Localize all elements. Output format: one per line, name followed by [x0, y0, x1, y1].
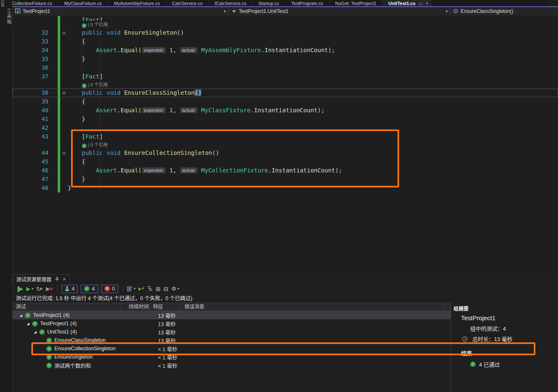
pin-icon[interactable] — [55, 277, 59, 281]
fold-margin — [60, 166, 68, 175]
test-tree-row[interactable]: ✓EnsureCollectionSingleton< 1 毫秒 — [13, 344, 451, 353]
document-tab-label: CalcService.cs — [172, 1, 203, 6]
document-tab[interactable]: Startup.cs — [252, 0, 285, 6]
expander-icon[interactable]: ◢ — [18, 314, 23, 317]
code-text: public void EnsureCollectionSingleton() — [68, 149, 558, 157]
expander-icon[interactable]: ◢ — [25, 322, 31, 326]
test-row-name-cell: ◢✓UnitTest1 (4) — [13, 329, 150, 335]
column-duration[interactable]: 持续时间 — [120, 303, 150, 311]
code-line[interactable]: 35 } — [13, 55, 558, 63]
document-tab[interactable]: ICalcService.cs — [209, 0, 252, 6]
playlist-button[interactable]: ▾ — [127, 286, 135, 291]
code-editor[interactable]: [Fact]✓| 0 个引用32⊟ public void EnsureSing… — [13, 16, 558, 264]
codelens-row[interactable]: ✓| 0 个引用 — [13, 141, 558, 149]
test-row-name-cell: ◢✓TestProject1 (4) — [13, 312, 150, 318]
code-line[interactable]: 48} — [13, 184, 558, 192]
chevron-down-icon[interactable]: ▾ — [442, 9, 448, 13]
document-tab[interactable]: MyClassFixture.cs — [59, 0, 108, 6]
code-line[interactable]: 39 { — [13, 97, 558, 106]
codelens-references[interactable]: | 0 个引用 — [88, 82, 108, 87]
close-icon[interactable]: × — [426, 1, 428, 6]
code-line[interactable]: 37 [Fact] — [13, 72, 558, 81]
panel-title: 测试资源管理器 — [16, 276, 51, 283]
document-tab[interactable]: NuGet: TestProject1 — [329, 0, 382, 6]
fold-collapse-box[interactable]: ⊟ — [60, 149, 68, 157]
total-count: 4 — [71, 286, 74, 292]
code-line[interactable]: 38⊟ public void EnsureClassSingleton() — [13, 89, 558, 97]
repeat-last-run-button[interactable]: ↻▶ — [36, 286, 43, 292]
document-tab-label: NuGet: TestProject1 — [335, 1, 376, 6]
code-line[interactable]: 34 Assert.Equal(expected: 1, actual: MyA… — [13, 46, 558, 55]
code-token: void — [107, 149, 121, 156]
codelens-row[interactable]: ✓| 0 个引用 — [13, 21, 558, 28]
codelens-row[interactable]: ✓| 0 个引用 — [13, 81, 558, 89]
code-line[interactable]: 47 } — [13, 175, 558, 184]
code-token: ] — [99, 16, 103, 21]
code-token: Equal — [120, 167, 138, 174]
nav-project-dropdown[interactable]: TestProject1 ▾ — [13, 7, 229, 15]
code-token: Fact — [85, 133, 99, 140]
code-line[interactable]: 45 { — [13, 157, 558, 166]
test-project-icon — [15, 8, 20, 14]
passed-tests-counter[interactable]: ✓ 4 — [81, 285, 98, 293]
code-line[interactable]: 44⊟ public void EnsureCollectionSingleto… — [13, 149, 558, 157]
group-by-button[interactable] — [147, 286, 153, 291]
code-line[interactable]: 42 — [13, 124, 558, 132]
code-line[interactable]: 41 } — [13, 115, 558, 124]
test-tree-row[interactable]: ✓测试两个数的和< 1 毫秒 — [13, 361, 451, 369]
document-tab[interactable]: CalcService.cs — [166, 0, 209, 6]
expander-icon[interactable]: ◢ — [33, 330, 38, 334]
code-line[interactable]: 40 Assert.Equal(expected: 1, actual: MyC… — [13, 106, 558, 115]
code-line[interactable]: 33 { — [13, 37, 558, 46]
chevron-down-icon[interactable]: ▾ — [220, 9, 226, 13]
test-tree-row[interactable]: ◢✓TestProject1 (4)13 毫秒 — [13, 311, 451, 319]
profile-tests-button[interactable]: ▶⚡ — [138, 286, 144, 291]
test-tree-row[interactable]: ✓EnsureClassSingleton13 毫秒 — [13, 336, 451, 344]
settings-button[interactable]: ⚙▾ — [171, 286, 179, 292]
cancel-run-button[interactable]: ▶⊗ — [46, 286, 53, 292]
code-line[interactable]: 36 — [13, 63, 558, 72]
test-explorer-title-tab[interactable]: 测试资源管理器 × — [13, 274, 70, 283]
line-number: 46 — [13, 166, 58, 175]
run-all-tests-button[interactable]: ▐▶ — [16, 286, 23, 292]
document-tab[interactable]: MyAssemblyFixture.cs — [108, 0, 166, 6]
pin-icon[interactable]: -□ — [418, 1, 423, 6]
codelens-references[interactable]: | 0 个引用 — [88, 142, 108, 147]
document-tab-label: MyClassFixture.cs — [64, 1, 102, 6]
test-details-pane: 组摘要 TestProject1 组中的测试：4 总时长：13 毫秒 结果 ✓ … — [451, 303, 558, 392]
code-text: { — [68, 157, 558, 166]
collapse-all-button[interactable]: ⊟ — [163, 286, 168, 292]
nav-type-dropdown[interactable]: TestProject1.UnitTest1 ▾ — [229, 7, 451, 15]
column-traits[interactable]: 特征 — [150, 303, 181, 311]
total-tests-counter[interactable]: 4 — [61, 285, 78, 293]
test-tree-row[interactable]: ◢✓UnitTest1 (4)13 毫秒 — [13, 328, 451, 336]
document-tab[interactable]: TestProgram.cs — [285, 0, 329, 6]
code-token: EnsureClassSingleton — [124, 89, 195, 96]
test-run-summary: 测试运行已完成: 1.5 秒 中运行 4 个测试(4 个已通过，0 个失败，0 … — [13, 294, 558, 303]
codelens-references[interactable]: | 0 个引用 — [88, 22, 108, 27]
code-line[interactable]: [Fact] — [13, 16, 558, 21]
expand-all-button[interactable]: ⊞ — [155, 286, 161, 292]
column-error-message[interactable]: 错误消息 — [181, 303, 444, 311]
document-tab[interactable]: UnitTest1.cs-□× — [382, 0, 431, 6]
column-test[interactable]: 测试 — [13, 303, 120, 311]
close-icon[interactable]: × — [63, 277, 66, 281]
fold-margin — [60, 81, 68, 89]
code-token: [ — [68, 16, 85, 21]
test-passed-icon: ✓ — [46, 354, 52, 360]
test-tree-row[interactable]: ◢✓TestProject1 (4)13 毫秒 — [13, 319, 451, 328]
fold-collapse-box[interactable]: ⊟ — [60, 89, 68, 97]
code-line[interactable]: 32⊟ public void EnsureSingleton() — [13, 28, 558, 37]
code-token: [ — [68, 73, 85, 80]
code-token — [166, 47, 169, 53]
code-line[interactable]: 43 [Fact] — [13, 132, 558, 141]
run-tests-button[interactable]: ▶▾ — [26, 286, 33, 292]
toolbox-vertical-tab[interactable]: 工具箱 — [0, 8, 12, 25]
failed-tests-counter[interactable]: ✕ 0 — [101, 285, 118, 293]
code-line[interactable]: 46 Assert.Equal(expected: 1, actual: MyC… — [13, 166, 558, 175]
test-tree-row[interactable]: ✓EnsureSingleton< 1 毫秒 — [13, 353, 451, 361]
line-number: 47 — [13, 175, 58, 184]
nav-member-dropdown[interactable]: EnsureClassSingleton() — [451, 7, 558, 15]
fold-collapse-box[interactable]: ⊟ — [60, 28, 68, 37]
test-explorer-panel: 测试资源管理器 × ▐▶ ▶▾ ↻▶ ▶⊗ 4 ✓ 4 — [13, 273, 558, 392]
